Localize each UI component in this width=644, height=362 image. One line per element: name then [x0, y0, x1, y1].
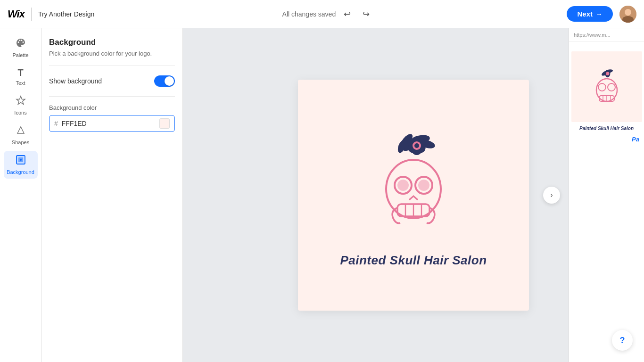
panel-title: Background [49, 38, 175, 47]
redo-button[interactable]: ↪ [358, 7, 373, 22]
next-preview-button[interactable]: › [543, 187, 560, 204]
svg-point-22 [418, 180, 429, 191]
sidebar-item-palette[interactable]: Palette [4, 34, 38, 62]
color-input-row[interactable]: # [49, 115, 175, 132]
panel-subtitle: Pick a background color for your logo. [49, 50, 175, 57]
sidebar-item-shapes[interactable]: Shapes [4, 121, 38, 149]
bg-color-section: Background color # [49, 104, 175, 132]
logo-card: Painted Skull Hair Salon [298, 80, 529, 311]
icons-icon [16, 95, 26, 108]
sidebar-icons-label: Icons [14, 110, 26, 115]
sidebar-text-label: Text [16, 80, 25, 86]
logo-brand-name: Painted Skull Hair Salon [340, 253, 487, 268]
svg-point-21 [397, 180, 409, 191]
next-button[interactable]: Next → [567, 6, 613, 22]
wix-logo: Wix [8, 8, 25, 20]
main-layout: Palette T Text Icons Shapes [0, 28, 644, 362]
preview-logo-mini [571, 51, 642, 122]
color-swatch[interactable] [159, 118, 170, 129]
header-divider [31, 8, 32, 21]
color-hex-input[interactable] [62, 120, 156, 127]
try-another-design-link[interactable]: Try Another Design [38, 10, 94, 18]
svg-point-1 [625, 9, 631, 16]
show-background-label: Show background [49, 77, 102, 85]
background-panel: Background Pick a background color for y… [41, 28, 183, 362]
panel-divider-2 [49, 96, 175, 97]
avatar[interactable] [619, 6, 636, 23]
palette-icon [16, 38, 26, 50]
background-icon [16, 155, 26, 167]
right-preview: https://www.m... [569, 28, 644, 362]
icon-sidebar: Palette T Text Icons Shapes [0, 28, 41, 362]
bg-color-label: Background color [49, 104, 175, 111]
saved-status: All changes saved [282, 10, 336, 18]
undo-button[interactable]: ↩ [339, 7, 355, 22]
sidebar-item-text[interactable]: T Text [4, 64, 38, 90]
header: Wix Try Another Design All changes saved… [0, 0, 644, 28]
header-center: All changes saved ↩ ↪ [94, 7, 561, 22]
sidebar-item-background[interactable]: Background [4, 151, 38, 179]
preview-brand-text: Painted Skull Hair Salon [569, 126, 644, 131]
text-icon: T [17, 67, 23, 78]
svg-point-33 [608, 83, 615, 91]
canvas-area: Painted Skull Hair Salon https://www.m..… [183, 28, 644, 362]
shapes-icon [16, 125, 26, 138]
sidebar-background-label: Background [7, 169, 34, 175]
logo-svg [357, 123, 470, 246]
show-background-toggle[interactable] [154, 75, 175, 87]
question-mark-icon: ? [620, 336, 625, 346]
svg-point-17 [414, 143, 419, 148]
arrow-right-icon: → [595, 10, 603, 18]
hash-icon: # [54, 120, 58, 127]
sidebar-item-icons[interactable]: Icons [4, 91, 38, 119]
svg-point-32 [598, 83, 606, 91]
show-background-row: Show background [49, 74, 175, 89]
sidebar-palette-label: Palette [12, 52, 28, 58]
svg-marker-3 [17, 96, 25, 105]
preview-url: https://www.m... [569, 28, 644, 42]
help-button[interactable]: ? [612, 330, 633, 351]
svg-point-30 [606, 72, 609, 75]
panel-divider [49, 66, 175, 66]
preview-partial-name: Pa [569, 131, 644, 148]
sidebar-shapes-label: Shapes [12, 140, 29, 145]
svg-point-7 [20, 159, 22, 161]
